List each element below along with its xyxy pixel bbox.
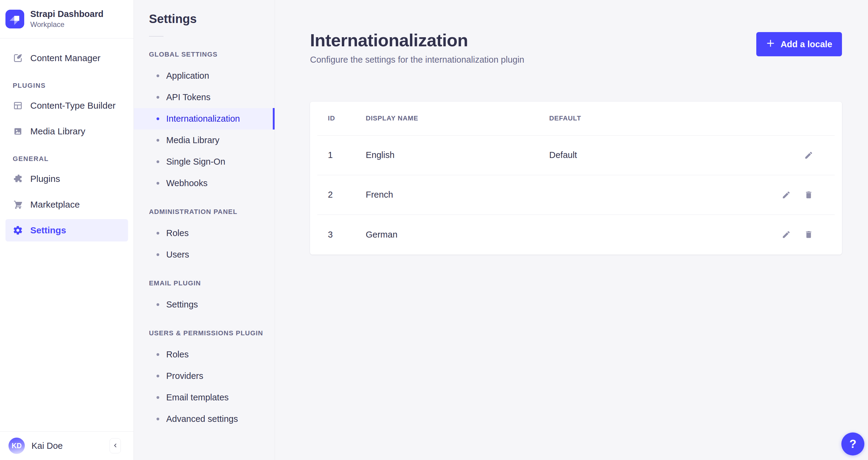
- delete-locale-button[interactable]: [800, 226, 818, 243]
- cart-icon: [13, 199, 23, 210]
- sidebar-item-content-manager[interactable]: Content Manager: [0, 45, 133, 71]
- bullet-dot-icon: [157, 353, 159, 356]
- plus-icon: [766, 39, 775, 50]
- workspace-brand[interactable]: Strapi Dashboard Workplace: [0, 0, 133, 38]
- subnav-section-users-permissions-plugin: USERS & PERMISSIONS PLUGIN Roles Provide…: [134, 329, 275, 430]
- collapse-sidebar-button[interactable]: [110, 438, 121, 453]
- sidebar-item-label: Marketplace: [30, 199, 80, 210]
- layout-icon: [13, 100, 23, 111]
- trash-icon: [804, 190, 813, 199]
- subnav-section-global-settings: GLOBAL SETTINGS Application API Tokens I…: [134, 51, 275, 194]
- help-button[interactable]: ?: [841, 432, 864, 456]
- table-header-row: ID DISPLAY NAME DEFAULT: [317, 102, 835, 136]
- subnav-section-label: USERS & PERMISSIONS PLUGIN: [134, 329, 275, 337]
- sidebar-item-content-type-builder[interactable]: Content-Type Builder: [0, 93, 133, 118]
- gear-icon: [13, 225, 23, 235]
- sidebar-item-plugins[interactable]: Plugins: [0, 166, 133, 192]
- locales-table: ID DISPLAY NAME DEFAULT 1 English Defaul…: [310, 102, 842, 255]
- sidebar-item-label: Media Library: [30, 126, 85, 136]
- cell-id: 1: [328, 150, 366, 160]
- bullet-dot-icon: [157, 74, 159, 77]
- workspace-title: Strapi Dashboard: [30, 9, 103, 19]
- subnav-item-email-settings[interactable]: Settings: [134, 294, 275, 315]
- cell-display-name: German: [366, 230, 549, 240]
- subnav-section-email-plugin: EMAIL PLUGIN Settings: [134, 279, 275, 315]
- bullet-dot-icon: [157, 418, 159, 420]
- subnav-item-advanced-settings[interactable]: Advanced settings: [134, 408, 275, 430]
- subnav-item-up-roles[interactable]: Roles: [134, 344, 275, 365]
- add-locale-button[interactable]: Add a locale: [756, 32, 842, 56]
- trash-icon: [804, 230, 813, 239]
- strapi-logo-icon: [5, 10, 24, 28]
- add-locale-button-label: Add a locale: [780, 39, 832, 49]
- edit-locale-button[interactable]: [800, 146, 818, 164]
- subnav-item-providers[interactable]: Providers: [134, 365, 275, 387]
- puzzle-icon: [13, 174, 23, 184]
- page-header: Internationalization Configure the setti…: [310, 30, 842, 65]
- pencil-icon: [782, 190, 791, 199]
- subnav-item-application[interactable]: Application: [134, 65, 275, 87]
- table-row: 2 French: [317, 175, 835, 215]
- bullet-dot-icon: [157, 303, 159, 306]
- sidebar-item-media-library[interactable]: Media Library: [0, 118, 133, 144]
- column-header-display-name: DISPLAY NAME: [366, 114, 549, 122]
- edit-locale-button[interactable]: [777, 226, 795, 243]
- delete-locale-button[interactable]: [800, 186, 818, 204]
- subnav-divider: [149, 36, 163, 37]
- edit-locale-button[interactable]: [777, 186, 795, 204]
- bullet-dot-icon: [157, 375, 159, 377]
- workspace-subtitle: Workplace: [30, 20, 103, 29]
- user-name: Kai Doe: [31, 441, 63, 451]
- subnav-item-email-templates[interactable]: Email templates: [134, 387, 275, 408]
- sidebar-item-label: Plugins: [30, 174, 60, 184]
- sidebar-footer: KD Kai Doe: [0, 431, 133, 460]
- nav-section-general: GENERAL: [0, 155, 133, 163]
- sidebar-item-label: Settings: [30, 225, 66, 235]
- subnav-item-webhooks[interactable]: Webhooks: [134, 172, 275, 194]
- subnav-section-label: ADMINISTRATION PANEL: [134, 208, 275, 216]
- cell-display-name: English: [366, 150, 549, 160]
- subnav-item-api-tokens[interactable]: API Tokens: [134, 87, 275, 108]
- cell-display-name: French: [366, 190, 549, 200]
- bullet-dot-icon: [157, 253, 159, 256]
- sidebar-item-settings[interactable]: Settings: [0, 217, 133, 243]
- cell-id: 3: [328, 230, 366, 240]
- cell-default: Default: [549, 150, 768, 160]
- subnav-item-admin-roles[interactable]: Roles: [134, 223, 275, 244]
- sidebar-item-label: Content Manager: [30, 53, 100, 63]
- question-mark-icon: ?: [849, 437, 856, 451]
- main-sidebar: Strapi Dashboard Workplace Content Manag…: [0, 0, 134, 460]
- user-menu[interactable]: KD Kai Doe: [8, 437, 63, 454]
- column-header-id: ID: [328, 114, 366, 122]
- subnav-item-media-library[interactable]: Media Library: [134, 130, 275, 151]
- subnav-item-single-sign-on[interactable]: Single Sign-On: [134, 151, 275, 172]
- bullet-dot-icon: [157, 232, 159, 234]
- nav-section-plugins: PLUGINS: [0, 82, 133, 90]
- main-nav-list: Content Manager PLUGINS Content-Type Bui…: [0, 38, 133, 431]
- subnav-section-label: EMAIL PLUGIN: [134, 279, 275, 287]
- bullet-dot-icon: [157, 160, 159, 163]
- image-icon: [13, 126, 23, 136]
- column-header-default: DEFAULT: [549, 114, 768, 122]
- bullet-dot-icon: [157, 139, 159, 142]
- subnav-item-admin-users[interactable]: Users: [134, 244, 275, 265]
- bullet-dot-icon: [157, 182, 159, 185]
- settings-subnav: Settings GLOBAL SETTINGS Application API…: [134, 0, 275, 460]
- page-title: Internationalization: [310, 30, 524, 51]
- chevron-left-icon: [112, 442, 119, 450]
- cell-id: 2: [328, 190, 366, 200]
- bullet-dot-icon: [157, 96, 159, 99]
- sidebar-item-marketplace[interactable]: Marketplace: [0, 192, 133, 217]
- pencil-icon: [804, 151, 813, 160]
- subnav-section-label: GLOBAL SETTINGS: [134, 51, 275, 58]
- subnav-item-internationalization[interactable]: Internationalization: [134, 108, 275, 130]
- avatar: KD: [8, 437, 25, 454]
- main-content: Internationalization Configure the setti…: [275, 0, 868, 460]
- bullet-dot-icon: [157, 118, 159, 120]
- page-subtitle: Configure the settings for the internati…: [310, 55, 524, 65]
- strapi-app: Strapi Dashboard Workplace Content Manag…: [0, 0, 868, 460]
- table-row: 3 German: [317, 215, 835, 255]
- subnav-section-administration-panel: ADMINISTRATION PANEL Roles Users: [134, 208, 275, 265]
- subnav-title: Settings: [134, 12, 275, 26]
- table-row: 1 English Default: [317, 136, 835, 175]
